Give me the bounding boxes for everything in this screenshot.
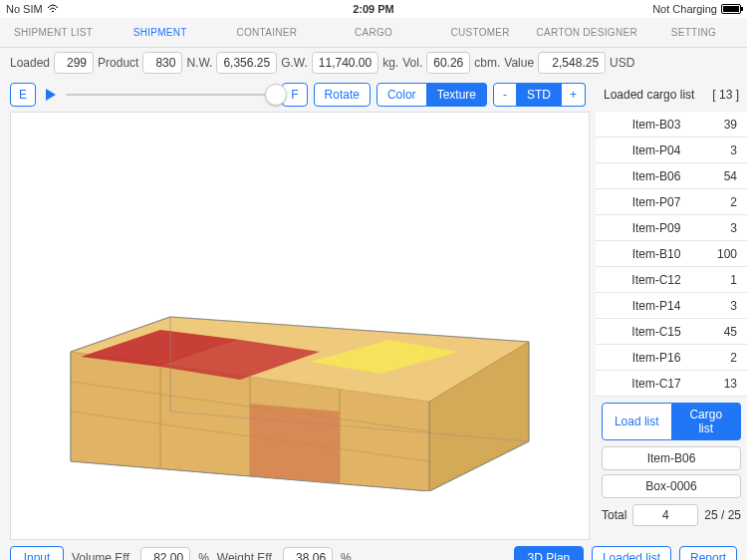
main-area: Item-B0339Item-P043Item-B0654Item-P072It…: [0, 112, 747, 540]
play-icon: [46, 89, 56, 101]
summary-bar: Loaded 299 Product 830 N.W. 6,356.25 G.W…: [0, 48, 747, 78]
tab-setting[interactable]: SETTING: [640, 18, 747, 47]
cargo-name: Item-C17: [606, 377, 707, 391]
product-value[interactable]: 830: [142, 52, 182, 74]
cargo-qty: 100: [707, 247, 737, 261]
pct2: %: [341, 551, 352, 560]
cargo-name: Item-P07: [606, 195, 707, 209]
load-list-button[interactable]: Load list: [602, 403, 672, 440]
total-count[interactable]: 4: [632, 504, 698, 526]
cargo-name: Item-P16: [606, 351, 707, 365]
cargo-row[interactable]: Item-P143: [596, 293, 747, 319]
loaded-list-button[interactable]: Loaded list: [592, 546, 671, 560]
tab-container[interactable]: CONTAINER: [213, 18, 320, 47]
report-button[interactable]: Report: [679, 546, 737, 560]
3d-plan-button[interactable]: 3D Plan: [514, 546, 584, 560]
zoom-in-button[interactable]: +: [562, 83, 586, 107]
wifi-icon: [47, 4, 59, 14]
vol-label: Vol.: [402, 56, 422, 70]
zoom-out-button[interactable]: -: [493, 83, 517, 107]
cargo-list[interactable]: Item-B0339Item-P043Item-B0654Item-P072It…: [596, 112, 747, 397]
total-ratio: 25 / 25: [704, 508, 741, 522]
battery-icon: [721, 4, 741, 14]
gw-label: G.W.: [281, 56, 308, 70]
rotate-button[interactable]: Rotate: [314, 83, 371, 107]
selected-box-field[interactable]: Box-0006: [602, 474, 741, 498]
vol-value[interactable]: 60.26: [426, 52, 470, 74]
cargo-name: Item-P04: [606, 143, 707, 157]
cargo-name: Item-P09: [606, 221, 707, 235]
cargo-sidebar: Item-B0339Item-P043Item-B0654Item-P072It…: [596, 112, 747, 540]
container-3d-view[interactable]: [10, 112, 590, 540]
cargo-list-header: Loaded cargo list [ 13 ]: [596, 78, 747, 112]
value-unit: USD: [610, 56, 634, 70]
cargo-name: Item-B06: [606, 169, 707, 183]
cargo-row[interactable]: Item-B0654: [596, 163, 747, 189]
e-button[interactable]: E: [10, 83, 36, 107]
gw-value[interactable]: 11,740.00: [312, 52, 378, 74]
gw-unit: kg.: [382, 56, 398, 70]
cargo-name: Item-B10: [606, 247, 707, 261]
wt-eff-label: Weight Eff.: [217, 551, 275, 560]
list-segment: Load list Cargo list: [602, 403, 741, 440]
cargo-row[interactable]: Item-C1545: [596, 319, 747, 345]
input-button[interactable]: Input: [10, 546, 64, 560]
total-label: Total: [602, 508, 626, 522]
cargo-qty: 13: [707, 377, 737, 391]
svg-marker-10: [250, 404, 340, 483]
zoom-segment: - STD +: [493, 83, 586, 107]
cargo-name: Item-B03: [606, 118, 707, 132]
cargo-row[interactable]: Item-P043: [596, 138, 747, 163]
cargo-row[interactable]: Item-P093: [596, 215, 747, 241]
cargo-row[interactable]: Item-C121: [596, 267, 747, 293]
vol-unit: cbm.: [474, 56, 500, 70]
cargo-row[interactable]: Item-B0339: [596, 112, 747, 138]
cargo-row[interactable]: Item-P162: [596, 345, 747, 371]
cargo-qty: 1: [707, 273, 737, 287]
bottom-bar: Input Volume Eff. 82.00 % Weight Eff. 38…: [0, 540, 747, 560]
status-bar: No SIM 2:09 PM Not Charging: [0, 0, 747, 18]
selected-item-field[interactable]: Item-B06: [602, 446, 741, 470]
cargo-qty: 54: [707, 169, 737, 183]
cargo-qty: 3: [707, 299, 737, 313]
tab-shipment[interactable]: SHIPMENT: [107, 18, 213, 47]
cargo-row[interactable]: Item-C1713: [596, 371, 747, 397]
tab-shipment-list[interactable]: SHIPMENT LIST: [0, 18, 107, 47]
cargo-list-button[interactable]: Cargo list: [672, 403, 742, 440]
nw-value[interactable]: 6,356.25: [216, 52, 277, 74]
cargo-list-title: Loaded cargo list: [604, 88, 694, 102]
cargo-row[interactable]: Item-P072: [596, 189, 747, 215]
nav-tabs: SHIPMENT LISTSHIPMENTCONTAINERCARGOCUSTO…: [0, 18, 747, 48]
vol-eff-value[interactable]: 82.00: [140, 547, 190, 560]
wt-eff-value[interactable]: 38.06: [283, 547, 333, 560]
cargo-qty: 3: [707, 221, 737, 235]
charge-status: Not Charging: [652, 3, 717, 15]
toolbar: E F Rotate Color Texture - STD + Loaded …: [0, 78, 747, 112]
loaded-label: Loaded: [10, 56, 50, 70]
color-button[interactable]: Color: [376, 83, 427, 107]
tab-cargo[interactable]: CARGO: [320, 18, 426, 47]
cargo-row[interactable]: Item-B10100: [596, 241, 747, 267]
loaded-value[interactable]: 299: [54, 52, 94, 74]
total-row: Total 4 25 / 25: [596, 500, 747, 530]
tab-customer[interactable]: CUSTOMER: [427, 18, 534, 47]
play-button[interactable]: [42, 85, 60, 105]
cargo-qty: 39: [707, 118, 737, 132]
cargo-qty: 45: [707, 325, 737, 339]
tab-carton-designer[interactable]: CARTON DESIGNER: [534, 18, 640, 47]
nw-label: N.W.: [186, 56, 212, 70]
texture-button[interactable]: Texture: [427, 83, 487, 107]
cargo-name: Item-C12: [606, 273, 707, 287]
progress-slider[interactable]: [66, 94, 276, 96]
cargo-name: Item-C15: [606, 325, 707, 339]
value-value[interactable]: 2,548.25: [538, 52, 606, 74]
value-label: Value: [504, 56, 534, 70]
product-label: Product: [98, 56, 138, 70]
cargo-qty: 2: [707, 195, 737, 209]
cargo-qty: 2: [707, 351, 737, 365]
color-texture-segment: Color Texture: [376, 83, 487, 107]
cargo-list-count: [ 13 ]: [712, 88, 739, 102]
zoom-std-button[interactable]: STD: [517, 83, 562, 107]
sim-status: No SIM: [6, 3, 43, 15]
clock: 2:09 PM: [353, 3, 394, 15]
